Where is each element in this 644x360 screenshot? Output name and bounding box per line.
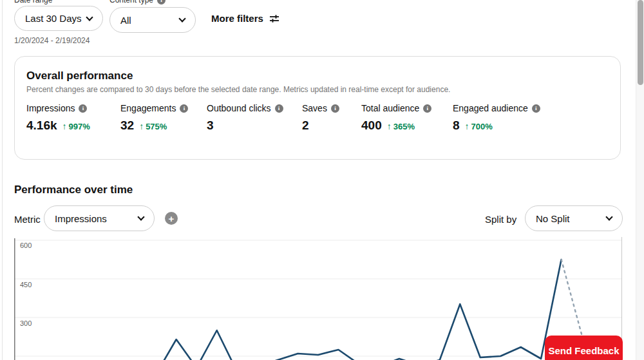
content-type-label: Content type i <box>109 0 166 5</box>
metric-change: ↑ 997% <box>62 121 90 131</box>
metric-label: Outbound clicks <box>207 103 271 113</box>
metrics-row: Impressions i 4.16k ↑ 997% Engagements i <box>26 103 556 133</box>
metric-engaged-audience: Engaged audience i 8 ↑ 700% <box>453 103 556 133</box>
metric-value: 3 <box>207 118 214 133</box>
overall-performance-card: Overall performance Percent changes are … <box>14 56 621 160</box>
metric-change-value: 700% <box>471 122 493 131</box>
page-left-divider <box>2 0 3 360</box>
performance-chart[interactable]: 600 450 300 <box>14 237 622 360</box>
info-icon[interactable]: i <box>180 104 188 113</box>
chevron-down-icon <box>137 213 144 220</box>
overall-performance-title: Overall performance <box>26 70 133 82</box>
applied-date-range: 1/20/2024 - 2/19/2024 <box>14 36 90 45</box>
metric-change-value: 575% <box>146 122 167 131</box>
content-type-dropdown[interactable]: All <box>109 7 196 33</box>
metric-value: 2 <box>302 118 309 133</box>
metric-label: Impressions <box>26 103 75 113</box>
add-metric-button[interactable]: + <box>165 212 178 225</box>
metric-change: ↑ 700% <box>465 121 493 131</box>
metric-label: Engaged audience <box>453 103 528 113</box>
chevron-down-icon <box>86 14 93 21</box>
metric-value: 4.16k <box>26 118 57 133</box>
metric-change: ↑ 365% <box>387 121 415 131</box>
chevron-down-icon <box>178 15 185 22</box>
info-icon[interactable]: i <box>275 104 283 113</box>
info-icon[interactable]: i <box>79 104 87 113</box>
arrow-up-icon: ↑ <box>139 121 144 131</box>
scrollbar-track[interactable] <box>636 0 644 360</box>
metric-value: 400 <box>361 118 382 133</box>
split-by-label: Split by <box>485 214 516 225</box>
content-type-label-text: Content type <box>109 0 153 5</box>
metric-saves: Saves i 2 <box>302 103 361 133</box>
date-range-label-text: Date range <box>14 0 52 5</box>
split-by-dropdown-value: No Split <box>536 213 570 224</box>
y-axis-tick-450: 450 <box>20 281 32 289</box>
metric-engagements: Engagements i 32 ↑ 575% <box>120 103 207 133</box>
metric-label: Total audience <box>361 103 419 113</box>
overall-performance-subtitle: Percent changes are compared to 30 days … <box>26 85 450 94</box>
metric-select-label: Metric <box>14 214 41 225</box>
metric-value: 8 <box>453 118 460 133</box>
metric-change-value: 997% <box>69 122 90 131</box>
metric-label: Engagements <box>120 103 176 113</box>
metric-total-audience: Total audience i 400 ↑ 365% <box>361 103 453 133</box>
plus-icon: + <box>169 214 175 223</box>
info-icon[interactable]: i <box>157 0 166 5</box>
arrow-up-icon: ↑ <box>387 121 392 131</box>
date-range-dropdown-value: Last 30 Days <box>25 13 82 24</box>
metric-impressions: Impressions i 4.16k ↑ 997% <box>26 103 120 133</box>
split-by-dropdown[interactable]: No Split <box>525 205 623 231</box>
metric-dropdown[interactable]: Impressions <box>44 205 155 231</box>
content-type-dropdown-value: All <box>120 15 131 26</box>
metric-change: ↑ 575% <box>139 121 167 131</box>
analytics-overview-page: Date range Content type i Last 30 Days A… <box>0 0 644 360</box>
y-axis-tick-600: 600 <box>20 242 32 249</box>
line-chart[interactable] <box>14 237 622 360</box>
info-icon[interactable]: i <box>532 104 540 113</box>
arrow-up-icon: ↑ <box>465 121 469 131</box>
send-feedback-button[interactable]: Send Feedback <box>545 336 623 360</box>
metric-dropdown-value: Impressions <box>55 213 107 224</box>
sliders-icon <box>269 14 279 24</box>
metric-change-value: 365% <box>393 122 415 131</box>
date-range-dropdown[interactable]: Last 30 Days <box>14 6 103 31</box>
performance-over-time-title: Performance over time <box>14 184 133 196</box>
info-icon[interactable]: i <box>331 104 339 113</box>
date-range-label: Date range <box>14 0 52 5</box>
metric-outbound-clicks: Outbound clicks i 3 <box>207 103 302 133</box>
info-icon[interactable]: i <box>423 104 431 113</box>
more-filters-button[interactable]: More filters <box>211 13 279 24</box>
metric-value: 32 <box>120 118 134 133</box>
scrollbar-thumb[interactable] <box>638 0 643 85</box>
metric-label: Saves <box>302 103 327 113</box>
y-axis-tick-300: 300 <box>20 319 32 327</box>
more-filters-label: More filters <box>211 13 263 24</box>
arrow-up-icon: ↑ <box>62 121 67 131</box>
chevron-down-icon <box>605 213 612 220</box>
